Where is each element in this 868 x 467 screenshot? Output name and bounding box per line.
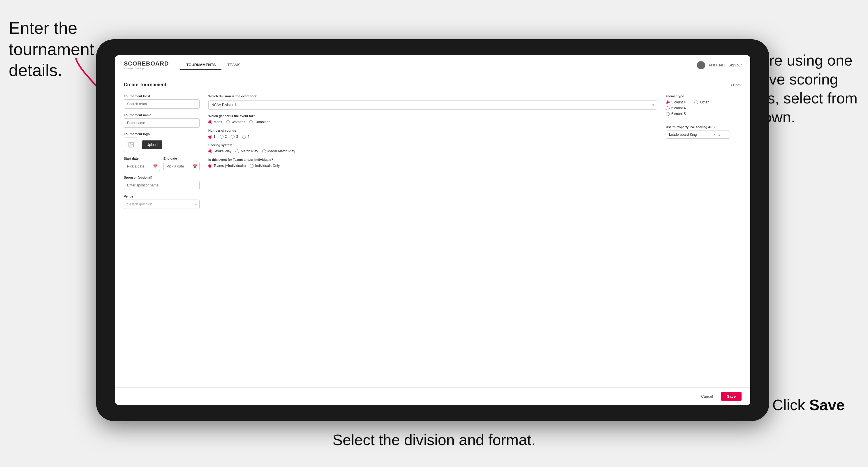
upload-button[interactable]: Upload [142, 141, 162, 149]
host-input[interactable] [124, 99, 199, 109]
gender-radio-group: Mens Womens Combined [208, 120, 657, 124]
scoring-medal[interactable]: Medal Match Play [262, 149, 295, 153]
nav-tabs: TOURNAMENTS TEAMS [180, 60, 246, 70]
end-date-label: End date [163, 157, 199, 160]
host-label: Tournament Host [124, 94, 199, 98]
gender-label: Which gender is the event for? [208, 114, 657, 118]
name-field-group: Tournament name [124, 113, 199, 128]
division-select-wrapper: NCAA Division I ▼ [208, 100, 657, 110]
logo-sub: Powered by clippi [124, 67, 169, 70]
gender-womens[interactable]: Womens [226, 120, 245, 124]
sponsor-field-group: Sponsor (optional) [124, 176, 199, 190]
teams-field-group: Is this event for Teams and/or Individua… [208, 158, 657, 168]
tablet-screen: SCOREBOARD Powered by clippi TOURNAMENTS… [115, 55, 750, 405]
main-content: Create Tournament ‹ Back Tournament Host… [115, 75, 750, 387]
teams-radio-group: Teams (+Individuals) Individuals Only [208, 164, 657, 168]
tablet: SCOREBOARD Powered by clippi TOURNAMENTS… [96, 39, 769, 421]
logo-text: SCOREBOARD [124, 60, 169, 67]
start-date-group: Start date 📅 [124, 157, 160, 171]
scoring-radio-group: Stroke Play Match Play Medal Match Play [208, 149, 657, 153]
start-date-label: Start date [124, 157, 160, 160]
scoring-stroke[interactable]: Stroke Play [208, 149, 231, 153]
round-3[interactable]: 3 [231, 134, 238, 139]
format-type-row: 5 count 4 6 count 4 6 count 5 [666, 100, 742, 121]
name-input[interactable] [124, 118, 199, 128]
live-scoring-value[interactable]: Leaderboard King × ▲ [666, 130, 730, 139]
annotation-bottomright-bold: Save [809, 397, 845, 413]
format-options: 5 count 4 6 count 4 6 count 5 [666, 100, 686, 118]
form-columns: Tournament Host Tournament name Tourname… [124, 94, 742, 214]
logo-field-group: Tournament logo Upload [124, 132, 199, 152]
live-scoring-select[interactable]: Leaderboard King × ▲ [666, 130, 742, 139]
calendar-icon: 📅 [153, 164, 158, 169]
form-header: Create Tournament ‹ Back [124, 82, 742, 87]
format-5count4[interactable]: 5 count 4 [666, 100, 686, 104]
expand-icon[interactable]: ▲ [718, 133, 721, 137]
format-6count5[interactable]: 6 count 5 [666, 112, 686, 116]
gender-field-group: Which gender is the event for? Mens Wome… [208, 114, 657, 124]
format-label: Format type [666, 94, 742, 98]
logo-upload-area: Upload [124, 137, 199, 152]
col2: Which division is the event for? NCAA Di… [208, 94, 657, 214]
cancel-button[interactable]: Cancel [696, 392, 717, 401]
save-button[interactable]: Save [721, 392, 742, 401]
teams-label: Is this event for Teams and/or Individua… [208, 158, 657, 161]
scoring-match[interactable]: Match Play [236, 149, 258, 153]
rounds-label: Number of rounds [208, 129, 657, 132]
form-container: Create Tournament ‹ Back Tournament Host… [115, 75, 750, 387]
form-title: Create Tournament [124, 82, 166, 87]
rounds-radio-group: 1 2 3 4 [208, 134, 657, 139]
col3: Format type 5 count 4 6 count 4 [666, 94, 742, 214]
annotation-bottom: Select the division and format. [333, 431, 535, 449]
gender-combined[interactable]: Combined [249, 120, 270, 124]
rounds-field-group: Number of rounds 1 2 3 [208, 129, 657, 139]
round-1[interactable]: 1 [208, 134, 216, 139]
col1: Tournament Host Tournament name Tourname… [124, 94, 199, 214]
navbar: SCOREBOARD Powered by clippi TOURNAMENTS… [115, 55, 750, 75]
format-other[interactable]: Other [694, 100, 709, 104]
svg-point-5 [130, 143, 130, 144]
name-label: Tournament name [124, 113, 199, 117]
host-field-group: Tournament Host [124, 94, 199, 109]
avatar [697, 61, 705, 69]
division-select[interactable]: NCAA Division I [208, 100, 657, 110]
venue-field-group: Venue Search golf club ▼ [124, 195, 199, 209]
round-2[interactable]: 2 [220, 134, 227, 139]
calendar-icon-end: 📅 [193, 164, 197, 169]
gender-mens[interactable]: Mens [208, 120, 222, 124]
clear-icon[interactable]: × [713, 132, 716, 137]
teams-plus-individuals[interactable]: Teams (+Individuals) [208, 164, 246, 168]
logo-label: Tournament logo [124, 132, 199, 136]
annotation-bottomright-prefix: Click [772, 397, 809, 413]
nav-user: Test User | Sign out [697, 61, 742, 69]
live-scoring-label: Use third-party live scoring API? [666, 125, 742, 129]
tab-teams[interactable]: TEAMS [221, 60, 246, 70]
venue-label: Venue [124, 195, 199, 198]
date-row: Start date 📅 End date 📅 [124, 157, 199, 171]
user-name: Test User | [709, 63, 725, 67]
venue-select[interactable]: Search golf club [124, 199, 199, 209]
logo-preview [124, 137, 138, 152]
sponsor-input[interactable] [124, 181, 199, 190]
venue-select-wrapper: Search golf club ▼ [124, 199, 199, 209]
round-4[interactable]: 4 [242, 134, 249, 139]
division-label: Which division is the event for? [208, 94, 657, 98]
division-field-group: Which division is the event for? NCAA Di… [208, 94, 657, 110]
scoring-field-group: Scoring system Stroke Play Match Play Me… [208, 143, 657, 153]
sponsor-label: Sponsor (optional) [124, 176, 199, 179]
end-date-field: 📅 [163, 162, 199, 171]
logo-area: SCOREBOARD Powered by clippi [124, 60, 169, 70]
annotation-bottomright: Click Save [772, 396, 845, 414]
form-footer: Cancel Save [115, 387, 750, 405]
tab-tournaments[interactable]: TOURNAMENTS [180, 60, 221, 70]
format-field-group: Format type 5 count 4 6 count 4 [666, 94, 742, 121]
back-button[interactable]: ‹ Back [731, 83, 742, 87]
annotation-topleft: Enter the tournament details. [9, 18, 94, 81]
end-date-group: End date 📅 [163, 157, 199, 171]
signout-link[interactable]: Sign out [729, 63, 742, 67]
format-6count4[interactable]: 6 count 4 [666, 106, 686, 110]
start-date-field: 📅 [124, 162, 160, 171]
scoring-label: Scoring system [208, 143, 657, 147]
live-scoring-text: Leaderboard King [669, 132, 697, 137]
individuals-only[interactable]: Individuals Only [250, 164, 280, 168]
